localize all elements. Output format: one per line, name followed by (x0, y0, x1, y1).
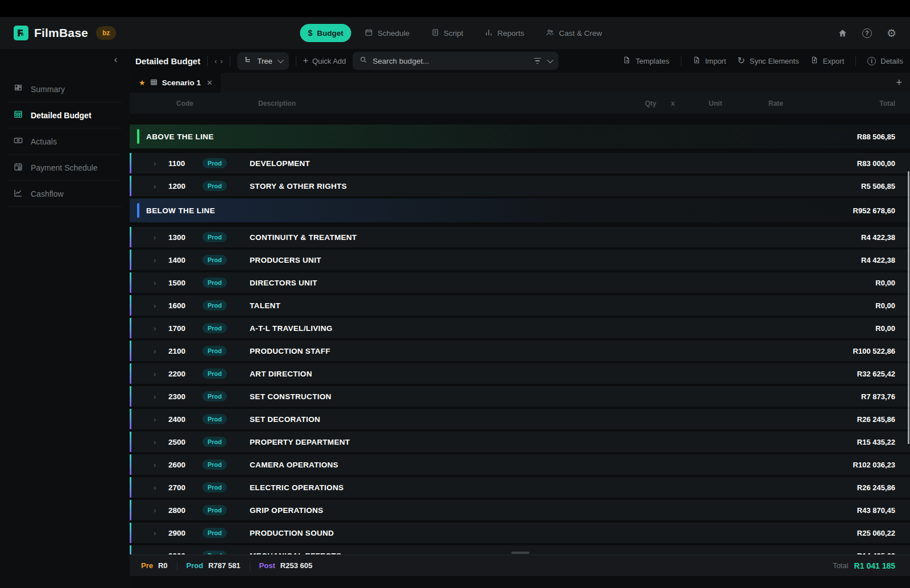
budget-row[interactable]: › 2400 Prod SET DECORATION R26 245,86 (130, 409, 910, 429)
vertical-scrollbar[interactable] (908, 171, 909, 444)
totals-footer: Pre R0 Prod R787 581 Post R253 605 Total… (130, 554, 910, 576)
chevron-right-icon[interactable]: › (154, 301, 162, 310)
row-total: R4 422,38 (799, 233, 895, 242)
chevron-right-icon[interactable]: › (154, 392, 162, 401)
total-value: R1 041 185 (854, 561, 895, 570)
help-icon[interactable]: ? (862, 28, 872, 38)
home-icon[interactable] (838, 28, 847, 38)
column-header-description[interactable]: Description (258, 100, 626, 107)
budget-row[interactable]: › 2200 Prod ART DIRECTION R32 625,42 (130, 363, 910, 384)
section-row[interactable]: ABOVE THE LINE R88 506,85 (130, 125, 910, 148)
budget-row[interactable]: › 1700 Prod A-T-L TRAVEL/LIVING R0,00 (130, 318, 910, 338)
chevron-right-icon[interactable]: › (154, 233, 162, 242)
row-total: R15 435,22 (799, 438, 895, 446)
budget-row[interactable]: › 2100 Prod PRODUCTION STAFF R100 522,86 (130, 341, 910, 361)
budget-row[interactable]: › 1100 Prod DEVELOPMENT R83 000,00 (130, 153, 910, 173)
file-import-icon (693, 56, 701, 66)
star-icon[interactable]: ★ (139, 78, 146, 87)
row-code: 1200 (168, 182, 202, 191)
column-header-code[interactable]: Code (176, 100, 231, 107)
sidebar-item-payment-schedule[interactable]: Payment Schedule (8, 155, 122, 181)
env-badge[interactable]: bz (96, 26, 116, 40)
row-code: 2800 (168, 506, 202, 515)
templates-button[interactable]: Templates (623, 56, 669, 66)
budget-row[interactable]: › 1500 Prod DIRECTORS UNIT R0,00 (130, 272, 910, 293)
section-label: BELOW THE LINE (146, 206, 799, 215)
import-button[interactable]: Import (693, 56, 726, 66)
bar-chart-icon (485, 28, 493, 38)
prod-badge: Prod (202, 255, 227, 265)
horizontal-scrollbar[interactable] (511, 552, 530, 554)
filter-icon[interactable] (534, 58, 541, 64)
budget-row[interactable]: › 1600 Prod TALENT R0,00 (130, 295, 910, 316)
chevron-right-icon[interactable]: › (154, 324, 162, 333)
chevron-right-icon[interactable]: › (154, 415, 162, 424)
people-icon (546, 28, 555, 38)
close-icon[interactable]: ✕ (206, 78, 213, 87)
budget-row[interactable]: › 1400 Prod PRODUCERS UNIT R4 422,38 (130, 250, 910, 270)
sync-elements-button[interactable]: ↻ Sync Elements (738, 56, 799, 65)
budget-row[interactable]: › 2900 Prod PRODUCTION SOUND R25 060,22 (130, 523, 910, 543)
sidebar-collapse-chevron-left-icon[interactable]: ‹ (114, 55, 117, 65)
row-description: TALENT (250, 301, 799, 310)
column-header-total[interactable]: Total (810, 100, 895, 107)
top-navbar: FilmBase bz $ Budget Schedule Script Rep… (0, 17, 910, 49)
search-input[interactable] (373, 57, 529, 65)
nav-tab-cast-crew[interactable]: Cast & Crew (538, 24, 610, 43)
nav-tab-budget[interactable]: $ Budget (300, 24, 351, 42)
details-button[interactable]: i Details (867, 57, 903, 65)
info-icon: i (867, 57, 876, 65)
filmbase-logo-icon (14, 26, 28, 40)
sidebar-item-summary[interactable]: Summary (8, 76, 122, 102)
chevron-right-icon[interactable]: › (154, 483, 162, 492)
sidebar-item-detailed-budget[interactable]: Detailed Budget (8, 102, 122, 129)
nav-tab-reports[interactable]: Reports (477, 24, 532, 43)
row-accent-bar (130, 227, 131, 247)
budget-row[interactable]: › 2500 Prod PROPERTY DEPARTMENT R15 435,… (130, 432, 910, 452)
nav-tab-schedule[interactable]: Schedule (357, 24, 417, 43)
export-button[interactable]: Export (810, 56, 845, 66)
settings-gear-icon[interactable]: ⚙ (887, 27, 896, 40)
budget-row[interactable]: › 2800 Prod GRIP OPERATIONS R43 870,45 (130, 500, 910, 520)
column-header-qty[interactable]: Qty (626, 100, 656, 107)
chevron-right-icon[interactable]: › (154, 552, 162, 555)
budget-rows: ABOVE THE LINE R88 506,85 › 1100 Prod DE… (130, 114, 910, 554)
row-total: R26 245,86 (799, 483, 895, 492)
section-label: ABOVE THE LINE (146, 132, 799, 141)
chevron-right-icon[interactable]: › (154, 506, 162, 515)
chevron-right-icon[interactable]: › (154, 182, 162, 191)
budget-row[interactable]: › 1200 Prod STORY & OTHER RIGHTS R5 506,… (130, 176, 910, 196)
chevron-right-icon[interactable]: › (154, 159, 162, 168)
section-row[interactable]: BELOW THE LINE R952 678,60 (130, 198, 910, 222)
search-chevron-down-icon[interactable] (547, 57, 553, 63)
budget-row[interactable]: › 2700 Prod ELECTRIC OPERATIONS R26 245,… (130, 477, 910, 498)
chevron-right-icon[interactable]: › (154, 256, 162, 264)
budget-search[interactable] (353, 52, 559, 70)
chevron-right-icon[interactable]: › (154, 279, 162, 287)
prod-badge: Prod (202, 158, 227, 168)
chevron-right-icon[interactable]: › (154, 461, 162, 469)
view-mode-select[interactable]: Tree (237, 52, 288, 70)
table-icon (14, 110, 23, 121)
add-scenario-plus-icon[interactable]: + (896, 77, 902, 89)
angle-brackets-icon[interactable]: ‹ › (214, 57, 223, 65)
column-header-x[interactable]: x (656, 100, 689, 107)
row-accent-bar (130, 454, 131, 475)
scenario-tab-active[interactable]: ★ Scenario 1 ✕ (130, 73, 221, 93)
quick-add-button[interactable]: + Quick Add (303, 56, 346, 65)
row-total: R43 870,45 (799, 506, 895, 515)
budget-row[interactable]: › 1300 Prod CONTINUITY & TREATMENT R4 42… (130, 227, 910, 247)
budget-row[interactable]: › 2300 Prod SET CONSTRUCTION R7 873,76 (130, 386, 910, 407)
sidebar-item-cashflow[interactable]: Cashflow (8, 181, 122, 207)
nav-tab-label: Cast & Crew (559, 29, 602, 38)
chevron-right-icon[interactable]: › (154, 370, 162, 378)
budget-row[interactable]: › 2600 Prod CAMERA OPERATIONS R102 036,2… (130, 454, 910, 475)
column-header-rate[interactable]: Rate (742, 100, 810, 107)
nav-tab-script[interactable]: Script (423, 24, 471, 43)
chevron-right-icon[interactable]: › (154, 347, 162, 355)
column-header-unit[interactable]: Unit (689, 100, 742, 107)
chevron-right-icon[interactable]: › (154, 529, 162, 537)
view-mode-value: Tree (257, 57, 272, 65)
chevron-right-icon[interactable]: › (154, 438, 162, 446)
sidebar-item-actuals[interactable]: Actuals (8, 129, 122, 155)
